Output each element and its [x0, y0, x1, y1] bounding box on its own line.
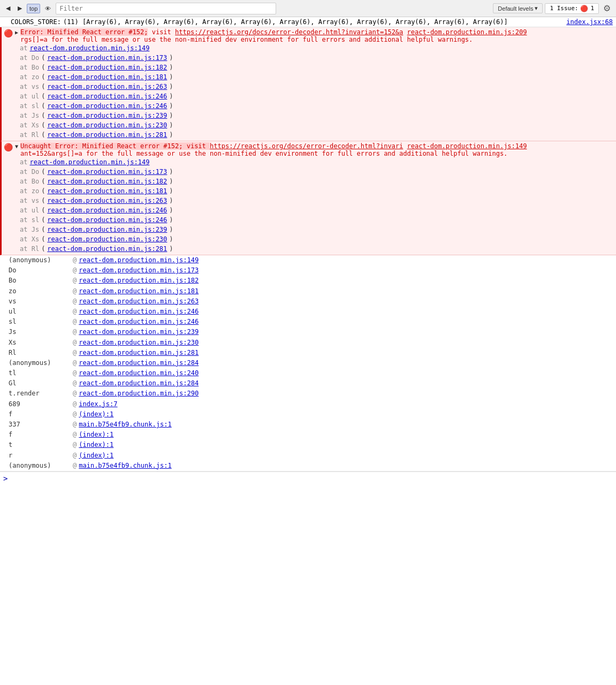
- navigate-back-button[interactable]: ◀: [3, 3, 13, 13]
- stack-file-link[interactable]: react-dom.production.min.js:281: [47, 244, 167, 254]
- stack-file-link[interactable]: react-dom.production.min.js:263: [47, 82, 167, 92]
- trace-at: @: [73, 461, 77, 471]
- trace-row: vs @ react-dom.production.min.js:263: [0, 296, 616, 307]
- stack-file-link[interactable]: react-dom.production.min.js:239: [47, 225, 167, 234]
- trace-row: 337 @ main.b75e4fb9.chunk.js:1: [0, 420, 616, 430]
- filter-input[interactable]: [56, 3, 276, 14]
- stack-file-link[interactable]: react-dom.production.min.js:263: [47, 196, 167, 206]
- stack-file-link[interactable]: react-dom.production.min.js:246: [47, 215, 167, 225]
- trace-link[interactable]: react-dom.production.min.js:149: [79, 255, 199, 265]
- trace-link[interactable]: react-dom.production.min.js:173: [79, 265, 199, 276]
- trace-link[interactable]: main.b75e4fb9.chunk.js:1: [79, 420, 171, 430]
- trace-fn: (anonymous): [9, 461, 73, 471]
- trace-link[interactable]: react-dom.production.min.js:182: [79, 276, 199, 286]
- stack-file-link[interactable]: react-dom.production.min.js:181: [47, 186, 167, 196]
- trace-at: @: [73, 358, 77, 368]
- stack-file-link[interactable]: react-dom.production.min.js:149: [29, 43, 149, 53]
- trace-at: @: [73, 399, 77, 409]
- trace-fn: Bo: [9, 276, 73, 286]
- trace-fn: Gl: [9, 378, 73, 389]
- stack-file-link[interactable]: react-dom.production.min.js:246: [47, 206, 167, 215]
- dropdown-arrow-icon: ▾: [535, 5, 538, 12]
- stack-file-link[interactable]: react-dom.production.min.js:246: [47, 92, 167, 101]
- trace-link[interactable]: react-dom.production.min.js:290: [79, 389, 199, 399]
- colors-store-file-link[interactable]: index.jsx:68: [566, 18, 613, 26]
- trace-link[interactable]: (index):1: [79, 430, 113, 440]
- stack-file-link[interactable]: react-dom.production.min.js:149: [29, 157, 149, 167]
- trace-row: zo @ react-dom.production.min.js:181: [0, 286, 616, 296]
- trace-link[interactable]: react-dom.production.min.js:246: [79, 307, 199, 317]
- stack-file-link[interactable]: react-dom.production.min.js:182: [47, 177, 167, 186]
- error2-highlight: Uncaught Error: Minified React error #15…: [20, 142, 210, 150]
- error2-file-link[interactable]: react-dom.production.min.js:149: [407, 142, 527, 150]
- trace-link[interactable]: react-dom.production.min.js:263: [79, 296, 199, 307]
- navigate-forward-button[interactable]: ▶: [15, 3, 25, 13]
- trace-link[interactable]: (index):1: [79, 451, 113, 461]
- trace-link[interactable]: react-dom.production.min.js:239: [79, 327, 199, 337]
- stack-file-link[interactable]: react-dom.production.min.js:230: [47, 120, 167, 130]
- trace-row: Do @ react-dom.production.min.js:173: [0, 265, 616, 276]
- settings-icon: ⚙: [603, 4, 611, 13]
- eye-button[interactable]: 👁: [42, 4, 54, 13]
- trace-link[interactable]: react-dom.production.min.js:284: [79, 358, 199, 368]
- trace-link[interactable]: react-dom.production.min.js:181: [79, 286, 199, 296]
- trace-fn: sl: [9, 317, 73, 327]
- stack-file-link[interactable]: react-dom.production.min.js:230: [47, 234, 167, 244]
- trace-link[interactable]: index.js:7: [79, 399, 117, 409]
- trace-link[interactable]: react-dom.production.min.js:284: [79, 378, 199, 389]
- stack-file-link[interactable]: react-dom.production.min.js:246: [47, 101, 167, 111]
- stack-trace-section: (anonymous) @ react-dom.production.min.j…: [0, 255, 616, 471]
- trace-fn: Xs: [9, 338, 73, 348]
- stack-line: at ul (react-dom.production.min.js:246): [20, 206, 613, 215]
- error2-row: 🔴 ▼ Uncaught Error: Minified React error…: [0, 141, 616, 255]
- trace-link[interactable]: react-dom.production.min.js:240: [79, 368, 199, 378]
- error1-file-link[interactable]: react-dom.production.min.js:209: [407, 28, 527, 36]
- trace-at: @: [73, 255, 77, 265]
- error1-expand-arrow[interactable]: ▶: [15, 29, 18, 35]
- stack-file-link[interactable]: react-dom.production.min.js:239: [47, 111, 167, 120]
- trace-fn: f: [9, 409, 73, 420]
- stack-line: at react-dom.production.min.js:149: [20, 43, 613, 53]
- settings-button[interactable]: ⚙: [601, 2, 613, 14]
- trace-at: @: [73, 265, 77, 276]
- trace-row: Xs @ react-dom.production.min.js:230: [0, 338, 616, 348]
- default-levels-button[interactable]: Default levels ▾: [493, 3, 543, 13]
- trace-link[interactable]: (index):1: [79, 409, 113, 420]
- stack-file-link[interactable]: react-dom.production.min.js:182: [47, 63, 167, 72]
- error2-expand-arrow[interactable]: ▼: [15, 143, 18, 149]
- trace-fn: f: [9, 430, 73, 440]
- trace-at: @: [73, 338, 77, 348]
- stack-file-link[interactable]: react-dom.production.min.js:173: [47, 167, 167, 177]
- stack-line: at react-dom.production.min.js:149: [20, 157, 613, 167]
- colors-store-value: (11) [Array(6), Array(6), Array(6), Arra…: [63, 18, 508, 26]
- trace-row: f @ (index):1: [0, 430, 616, 440]
- stack-file-link[interactable]: react-dom.production.min.js:181: [47, 72, 167, 82]
- stack-line: at Bo (react-dom.production.min.js:182): [20, 177, 613, 186]
- top-context-button[interactable]: top: [27, 4, 40, 13]
- trace-link[interactable]: react-dom.production.min.js:230: [79, 338, 199, 348]
- trace-at: @: [73, 430, 77, 440]
- bottom-empty-area: [0, 485, 616, 645]
- trace-at: @: [73, 420, 77, 430]
- error1-stop-icon: 🔴: [4, 29, 13, 37]
- error1-stack: at react-dom.production.min.js:149 at Do…: [4, 43, 613, 140]
- stack-file-link[interactable]: react-dom.production.min.js:173: [47, 53, 167, 63]
- trace-link[interactable]: react-dom.production.min.js:281: [79, 348, 199, 358]
- stack-line: at Js (react-dom.production.min.js:239): [20, 225, 613, 234]
- default-levels-label: Default levels: [498, 5, 533, 12]
- trace-row: r @ (index):1: [0, 451, 616, 461]
- stack-line: at Rl (react-dom.production.min.js:281): [20, 130, 613, 140]
- trace-link[interactable]: main.b75e4fb9.chunk.js:1: [79, 461, 171, 471]
- stack-line: at Xs (react-dom.production.min.js:230): [20, 234, 613, 244]
- trace-fn: r: [9, 451, 73, 461]
- trace-fn: t.render: [9, 389, 73, 399]
- trace-row: Rl @ react-dom.production.min.js:281: [0, 348, 616, 358]
- trace-link[interactable]: react-dom.production.min.js:246: [79, 317, 199, 327]
- error1-row: 🔴 ▶ Error: Minified React error #152; vi…: [0, 27, 616, 141]
- error2-decoder-link[interactable]: https://reactjs.org/docs/error-decoder.h…: [210, 142, 403, 150]
- error1-decoder-link[interactable]: https://reactjs.org/docs/error-decoder.h…: [175, 28, 403, 36]
- issue-count: 1: [590, 5, 594, 12]
- stack-file-link[interactable]: react-dom.production.min.js:281: [47, 130, 167, 140]
- trace-link[interactable]: (index):1: [79, 440, 113, 450]
- trace-fn: (anonymous): [9, 255, 73, 265]
